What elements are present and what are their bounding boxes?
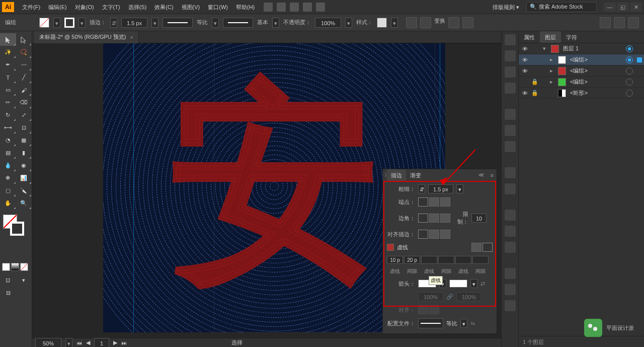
graph-tool[interactable]: 📊 — [16, 172, 32, 184]
artboards-panel-icon[interactable] — [505, 242, 516, 253]
screen-mode-dropdown[interactable]: ▾ — [16, 274, 32, 287]
menu-edit[interactable]: 编辑(E) — [44, 0, 71, 14]
eraser-tool[interactable]: ⌫ — [16, 96, 32, 109]
gap-input-1[interactable] — [438, 256, 454, 264]
zoom-tool[interactable]: 🔍 — [16, 197, 32, 210]
color-panel-icon[interactable] — [505, 34, 516, 45]
tab-stroke[interactable]: 描边 — [387, 169, 406, 181]
weight-stepper[interactable]: ⇵ — [418, 184, 425, 193]
free-transform-tool[interactable]: ⊡ — [16, 121, 32, 134]
align-center-button[interactable] — [418, 230, 428, 239]
cap-round-button[interactable] — [429, 197, 439, 206]
layer-row[interactable]: 👁 ▸ <编组> — [519, 54, 644, 65]
expand-toggle[interactable]: ▸ — [550, 56, 556, 63]
corner-round-button[interactable] — [429, 214, 439, 223]
opacity-input[interactable]: 100% — [315, 18, 341, 28]
menu-file[interactable]: 文件(F) — [18, 0, 44, 14]
layer-name[interactable]: <编组> — [568, 67, 624, 75]
stroke-weight-stepper[interactable]: ⇵ — [110, 18, 117, 28]
direct-selection-tool[interactable] — [16, 33, 32, 46]
gradient-panel-icon[interactable] — [505, 125, 516, 136]
stroke-weight-input[interactable]: 1.5 px — [121, 18, 147, 28]
expand-toggle[interactable]: ▸ — [550, 67, 556, 74]
style-dropdown[interactable]: ▾ — [391, 18, 398, 28]
target-icon[interactable] — [626, 90, 633, 97]
fill-swatch[interactable] — [39, 18, 49, 28]
panel-menu-icon[interactable]: ≡ — [488, 172, 497, 178]
dash-input-0[interactable]: 10 p — [387, 256, 403, 264]
rotate-tool[interactable]: ↻ — [0, 109, 16, 121]
curvature-tool[interactable]: 〰 — [16, 58, 32, 71]
weight-input[interactable]: 1.5 px — [428, 184, 453, 193]
brush-def-preview[interactable] — [223, 18, 253, 28]
cap-butt-button[interactable] — [418, 197, 428, 206]
layer-name[interactable]: <编组> — [568, 78, 624, 86]
toolbox-stroke-swatch[interactable] — [10, 222, 24, 236]
edit-toolbar-button[interactable]: ⊟ — [0, 287, 16, 299]
align-inside-button[interactable] — [429, 230, 439, 239]
panel-grip-icon[interactable]: ⁞ — [383, 172, 387, 178]
transparency-panel-icon[interactable] — [505, 141, 516, 152]
rectangle-tool[interactable]: ▭ — [0, 84, 16, 96]
profile-dropdown[interactable]: ▾ — [460, 319, 467, 328]
artboard-nav-next2[interactable]: ⏭ — [121, 340, 127, 346]
isolate-icon[interactable] — [448, 17, 459, 28]
tab-properties[interactable]: 属性 — [519, 31, 540, 43]
layer-row[interactable]: 👁 ▸ <编组> — [519, 65, 644, 77]
stroke-dropdown[interactable]: ▾ — [78, 18, 86, 28]
perspective-tool[interactable]: ▦ — [16, 134, 32, 147]
target-icon[interactable] — [626, 45, 633, 52]
panel-collapse-button[interactable]: ≪ — [475, 172, 488, 178]
stroke-profile-preview[interactable] — [163, 18, 193, 28]
opacity-dropdown[interactable]: ▾ — [345, 18, 352, 28]
dash-input-1[interactable] — [421, 256, 437, 264]
fill-stroke-swatches[interactable] — [0, 213, 32, 238]
target-icon[interactable] — [626, 56, 633, 63]
corner-bevel-button[interactable] — [440, 214, 450, 223]
artboard-nav-prev[interactable]: ◀ — [86, 339, 90, 346]
window-restore-button[interactable]: ◱ — [617, 3, 629, 12]
layer-name[interactable]: <矩形> — [568, 89, 624, 97]
symbols-panel-icon[interactable] — [505, 83, 516, 94]
swap-arrows-icon[interactable]: ⇄ — [480, 281, 485, 287]
brush-def-dropdown[interactable]: ▾ — [272, 18, 279, 28]
align-icon[interactable] — [420, 17, 431, 28]
transform-panel-icon[interactable] — [505, 300, 516, 311]
layer-name[interactable]: <编组> — [568, 56, 624, 63]
menubar-icon-3[interactable] — [290, 3, 299, 12]
width-tool[interactable]: ⟷ — [0, 121, 16, 134]
close-tab-icon[interactable]: × — [130, 34, 133, 40]
recolor-icon[interactable] — [406, 17, 417, 28]
menu-select[interactable]: 选择(S) — [124, 0, 151, 14]
menubar-icon-1[interactable] — [264, 3, 273, 12]
gradient-tool[interactable]: ▮ — [16, 147, 32, 159]
zoom-input[interactable]: 50% — [35, 338, 61, 348]
align-outside-button[interactable] — [440, 230, 450, 239]
visibility-toggle[interactable]: 👁 — [521, 46, 529, 52]
mesh-tool[interactable]: ▤ — [0, 147, 16, 159]
eyedropper-tool[interactable]: 💧 — [0, 159, 16, 172]
symbol-sprayer-tool[interactable]: ❋ — [0, 172, 16, 184]
visibility-toggle[interactable]: 👁 — [521, 57, 529, 63]
expand-toggle[interactable]: ▾ — [543, 45, 549, 52]
optbar-extra-2[interactable] — [614, 17, 625, 28]
edit-icon[interactable] — [462, 17, 473, 28]
pathfinder-panel-icon[interactable] — [505, 284, 516, 295]
zoom-dropdown[interactable]: ▾ — [65, 338, 72, 348]
style-swatch[interactable] — [377, 18, 387, 28]
menubar-icon-4[interactable] — [303, 3, 312, 12]
graphic-styles-panel-icon[interactable] — [505, 183, 516, 194]
tab-gradient[interactable]: 渐变 — [406, 169, 425, 181]
dash-preserve-button[interactable] — [471, 243, 481, 252]
shaper-tool[interactable]: ✏ — [0, 96, 16, 109]
paintbrush-tool[interactable]: 🖌 — [16, 84, 32, 96]
layer-row[interactable]: 👁 ▾ 图层 1 — [519, 43, 644, 54]
dash-align-button[interactable] — [482, 243, 493, 252]
menu-effect[interactable]: 效果(C) — [150, 0, 177, 14]
stroke-profile-dropdown[interactable]: ▾ — [212, 18, 219, 28]
menubar-icon-5[interactable] — [316, 3, 325, 12]
adobe-stock-search[interactable]: 🔍 搜索 Adobe Stock — [526, 2, 597, 12]
tab-layers[interactable]: 图层 — [540, 31, 561, 43]
artboard-nav-prev2[interactable]: ⏮ — [76, 340, 82, 346]
appearance-panel-icon[interactable] — [505, 167, 516, 178]
